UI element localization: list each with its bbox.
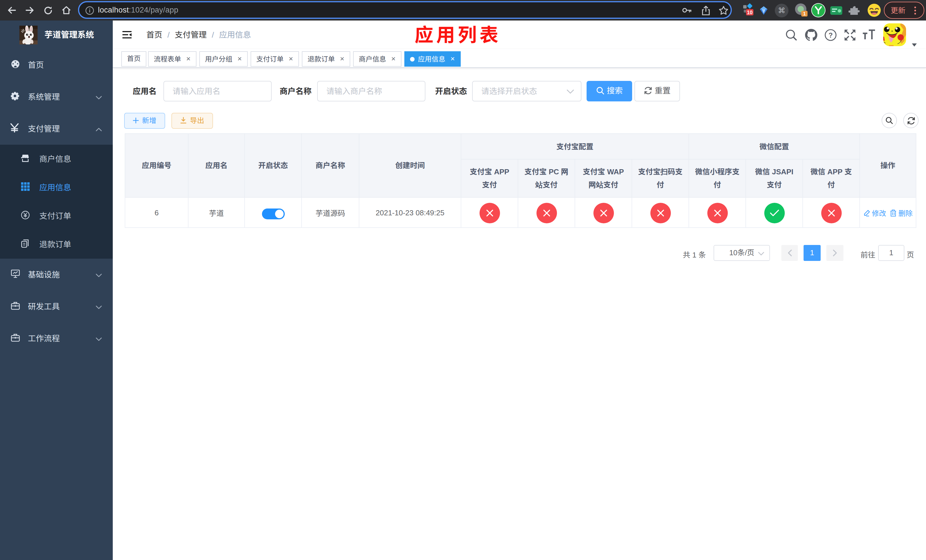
svg-text:10: 10 — [747, 10, 753, 15]
svg-text:⌘: ⌘ — [778, 6, 785, 15]
svg-text:1: 1 — [803, 11, 805, 17]
svg-text:?: ? — [828, 31, 832, 39]
